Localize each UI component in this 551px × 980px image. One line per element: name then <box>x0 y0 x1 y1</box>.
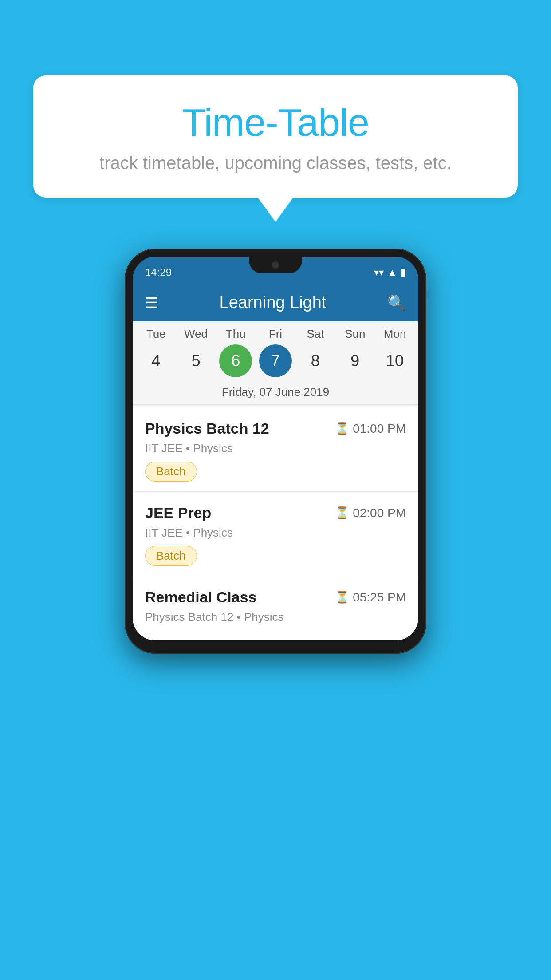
status-icons: ▾▾ ▲ ▮ <box>374 267 406 278</box>
class-meta-3: Physics Batch 12 • Physics <box>145 610 406 624</box>
class-name-1: Physics Batch 12 <box>145 420 269 437</box>
speech-bubble-card: Time-Table track timetable, upcoming cla… <box>33 75 518 198</box>
day-header-sun: Sun <box>338 327 371 341</box>
day-5[interactable]: 5 <box>180 344 213 377</box>
speech-bubble-section: Time-Table track timetable, upcoming cla… <box>33 75 518 222</box>
speech-bubble-subtitle: track timetable, upcoming classes, tests… <box>60 153 491 173</box>
class-time-2: ⏳ 02:00 PM <box>335 506 406 520</box>
class-name-3: Remedial Class <box>145 589 256 606</box>
day-6-today[interactable]: 6 <box>219 344 252 377</box>
camera-dot <box>272 261 279 269</box>
day-header-thu: Thu <box>219 327 252 341</box>
class-item-3[interactable]: Remedial Class ⏳ 05:25 PM Physics Batch … <box>133 576 418 640</box>
speech-bubble-arrow <box>258 198 293 222</box>
class-item-2[interactable]: JEE Prep ⏳ 02:00 PM IIT JEE • Physics Ba… <box>133 492 418 576</box>
clock-icon-3: ⏳ <box>335 590 349 604</box>
selected-date-label: Friday, 07 June 2019 <box>133 382 418 405</box>
signal-icon: ▲ <box>387 267 397 278</box>
day-header-sat: Sat <box>299 327 332 341</box>
hamburger-icon[interactable]: ☰ <box>145 294 158 312</box>
phone-mockup: 14:29 ▾▾ ▲ ▮ ☰ Learning Light 🔍 Tue <box>35 249 516 654</box>
wifi-icon: ▾▾ <box>374 267 384 278</box>
day-header-fri: Fri <box>259 327 292 341</box>
search-icon[interactable]: 🔍 <box>387 294 406 312</box>
day-4[interactable]: 4 <box>140 344 173 377</box>
day-8[interactable]: 8 <box>299 344 332 377</box>
class-time-1: ⏳ 01:00 PM <box>335 422 406 436</box>
phone-notch <box>249 257 302 273</box>
status-bar: 14:29 ▾▾ ▲ ▮ <box>133 257 418 284</box>
day-7-selected[interactable]: 7 <box>259 344 292 377</box>
class-item-1[interactable]: Physics Batch 12 ⏳ 01:00 PM IIT JEE • Ph… <box>133 407 418 492</box>
clock-icon-2: ⏳ <box>335 506 349 520</box>
class-time-3: ⏳ 05:25 PM <box>335 590 406 605</box>
day-header-wed: Wed <box>180 327 213 341</box>
day-header-tue: Tue <box>140 327 173 341</box>
phone-body: 14:29 ▾▾ ▲ ▮ ☰ Learning Light 🔍 Tue <box>125 249 426 654</box>
battery-icon: ▮ <box>401 267 406 278</box>
class-header-1: Physics Batch 12 ⏳ 01:00 PM <box>145 420 406 437</box>
class-header-2: JEE Prep ⏳ 02:00 PM <box>145 504 406 522</box>
class-list: Physics Batch 12 ⏳ 01:00 PM IIT JEE • Ph… <box>133 407 418 640</box>
app-bar: ☰ Learning Light 🔍 <box>133 284 418 321</box>
clock-icon-1: ⏳ <box>335 422 349 435</box>
class-meta-2: IIT JEE • Physics <box>145 526 406 540</box>
day-10[interactable]: 10 <box>378 344 411 377</box>
calendar-strip: Tue Wed Thu Fri Sat Sun Mon 4 5 6 7 8 9 … <box>133 321 418 407</box>
day-header-mon: Mon <box>378 327 411 341</box>
class-header-3: Remedial Class ⏳ 05:25 PM <box>145 589 406 606</box>
phone-screen: ☰ Learning Light 🔍 Tue Wed Thu Fri Sat S… <box>133 284 418 640</box>
day-numbers: 4 5 6 7 8 9 10 <box>133 344 418 377</box>
batch-tag-2: Batch <box>145 546 197 566</box>
day-9[interactable]: 9 <box>338 344 371 377</box>
app-title: Learning Light <box>220 293 327 312</box>
batch-tag-1: Batch <box>145 462 197 482</box>
class-name-2: JEE Prep <box>145 504 211 522</box>
status-time: 14:29 <box>145 266 172 279</box>
day-headers: Tue Wed Thu Fri Sat Sun Mon <box>133 327 418 341</box>
class-meta-1: IIT JEE • Physics <box>145 442 406 455</box>
speech-bubble-title: Time-Table <box>60 100 491 145</box>
